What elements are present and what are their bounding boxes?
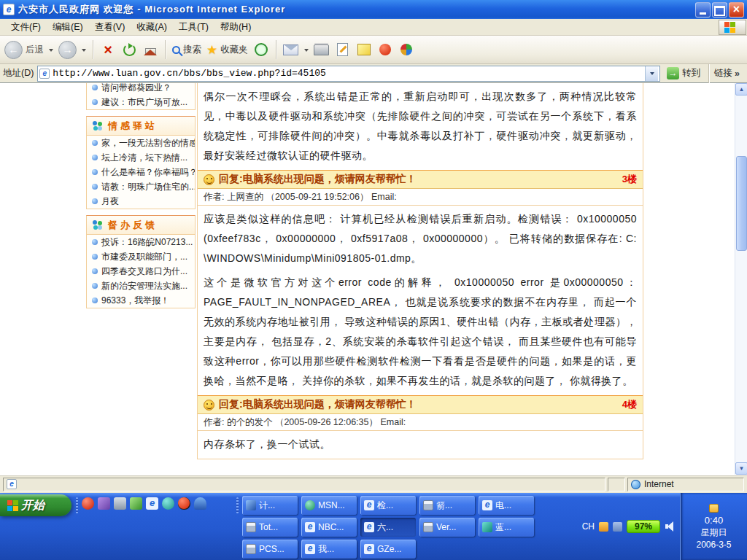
- qq-penguin-icon[interactable]: [178, 497, 190, 510]
- menu-bar: 文件(F) 编辑(E) 查看(V) 收藏(A) 工具(T) 帮助(H): [0, 19, 747, 36]
- sidebar-link[interactable]: 四季春交叉路口为什...: [87, 264, 195, 279]
- discuss-button[interactable]: [356, 42, 372, 58]
- volume-icon[interactable]: [665, 521, 676, 532]
- minimize-button[interactable]: [695, 2, 711, 18]
- stop-button[interactable]: [100, 42, 116, 58]
- tray-app-icon[interactable]: [613, 522, 622, 532]
- scroll-up-button[interactable]: [735, 83, 747, 96]
- taskbar-button[interactable]: 我...: [301, 540, 357, 559]
- ie-icon: [305, 522, 315, 532]
- taskbar-button[interactable]: MSN...: [301, 496, 357, 515]
- window-controls: [695, 2, 744, 18]
- reply-floor-badge: 3楼: [622, 173, 637, 186]
- sidebar-link[interactable]: 建议：市民广场可放...: [87, 95, 195, 109]
- go-arrow-icon: [667, 67, 679, 79]
- save-disk-icon[interactable]: [114, 497, 126, 510]
- sidebar-link[interactable]: 请教：明珠广场住宅的...: [87, 179, 195, 194]
- reply-4-header: 回复:电脑系统出现问题，烦请网友帮帮忙！ 4楼: [198, 395, 643, 414]
- taskbar-button-label: 检...: [377, 499, 393, 512]
- close-button[interactable]: [729, 2, 744, 18]
- reply-3-paragraph: 这个是微软官方对这个error code的解释， 0x10000050 erro…: [198, 273, 643, 395]
- window-title: 六安市人民政府网 欢迎您 - Microsoft Internet Explor…: [18, 3, 692, 16]
- clock-panel[interactable]: 0:40 星期日 2006-3-5: [680, 493, 747, 560]
- sidebar-link[interactable]: 月夜: [87, 194, 195, 209]
- taskbar-button[interactable]: NBC...: [301, 518, 357, 537]
- taskbar-button-label: NBC...: [318, 522, 344, 532]
- address-url: http://www.luan.gov.cn/bbs/bbs_view.php?…: [53, 68, 642, 79]
- menu-view[interactable]: 查看(V): [90, 20, 131, 35]
- start-button[interactable]: 开始: [0, 494, 71, 516]
- taskbar-buttons: 计... MSN... 检... 箭... 电... Tot... NBC...…: [242, 496, 534, 559]
- menu-tools[interactable]: 工具(T): [174, 20, 214, 35]
- ie-icon[interactable]: [146, 497, 158, 510]
- vertical-scrollbar[interactable]: [735, 83, 747, 475]
- taskbar-button[interactable]: 电...: [479, 496, 534, 515]
- battery-indicator[interactable]: 97%: [627, 520, 660, 533]
- taskbar-button[interactable]: Tot...: [242, 518, 298, 537]
- refresh-button[interactable]: [121, 42, 137, 58]
- taskbar-button[interactable]: 检...: [360, 496, 416, 515]
- scroll-down-button[interactable]: [735, 462, 747, 475]
- qq-button[interactable]: [377, 42, 393, 58]
- taskbar-button-active[interactable]: 六...: [360, 518, 416, 537]
- sidebar-link[interactable]: 投诉：16路皖N07213...: [87, 235, 195, 249]
- ie-icon: [364, 500, 374, 510]
- go-button[interactable]: 转到: [664, 66, 703, 80]
- favorites-button[interactable]: 收藏夹: [206, 44, 248, 56]
- forum-thread-content: 偶尔一次不理睬会，系统出错是正常的，重新启动即可，出现次数多了，两种情况比较常见…: [197, 83, 643, 459]
- messenger-button[interactable]: [398, 42, 414, 58]
- menu-file[interactable]: 文件(F): [6, 20, 46, 35]
- back-dropdown-arrow[interactable]: [49, 49, 53, 54]
- home-button[interactable]: [142, 42, 158, 58]
- tray-app-icon[interactable]: [599, 522, 608, 532]
- sidebar-link[interactable]: 什么是幸福？你幸福吗？: [87, 165, 195, 179]
- taskbar-button[interactable]: GZe...: [360, 540, 416, 559]
- purple-app-icon[interactable]: [98, 497, 110, 510]
- forward-dropdown-arrow[interactable]: [82, 49, 86, 54]
- taskbar-button[interactable]: 计...: [242, 496, 298, 515]
- mail-dropdown-arrow[interactable]: [304, 49, 309, 54]
- favorites-star-icon: [206, 44, 217, 56]
- address-separator: [708, 64, 709, 83]
- forward-button[interactable]: [58, 41, 77, 59]
- msn-ball-icon[interactable]: [162, 497, 174, 510]
- sidebar-link[interactable]: 市建委及职能部门，...: [87, 249, 195, 264]
- taskbar-button-label: 电...: [495, 499, 511, 512]
- reply-3-paragraph: 应该是类似这样的信息吧： 计算机已经从检测错误后重新启动。检测错误： 0x100…: [198, 206, 643, 273]
- realplayer-icon[interactable]: [82, 497, 94, 510]
- search-button[interactable]: 搜索: [172, 44, 201, 56]
- links-button[interactable]: 链接: [714, 67, 744, 79]
- taskbar-button[interactable]: 箭...: [419, 496, 475, 515]
- taskbar-button[interactable]: PCS...: [242, 540, 298, 559]
- status-zone-pane: Internet: [627, 478, 744, 491]
- sidebar-section-title: 督办反馈: [108, 219, 158, 232]
- sidebar-link[interactable]: 请问带都葵园业？: [87, 83, 195, 95]
- taskbar-handle[interactable]: [236, 497, 239, 513]
- taskbar-handle[interactable]: [76, 497, 78, 513]
- sidebar-link[interactable]: 96333，我举报！: [87, 293, 195, 308]
- ie-window-icon: [3, 4, 15, 15]
- sidebar-link[interactable]: 坛上冷清，坛下热情...: [87, 150, 195, 165]
- print-button[interactable]: [314, 42, 330, 58]
- maximize-button[interactable]: [712, 2, 727, 18]
- history-button[interactable]: [253, 42, 269, 58]
- sidebar-link[interactable]: 家，一段无法割舍的情感: [87, 136, 195, 150]
- mail-button[interactable]: [283, 42, 299, 58]
- scrollbar-thumb[interactable]: [736, 156, 747, 251]
- messenger-contact-icon[interactable]: [194, 497, 206, 510]
- language-indicator[interactable]: CH: [582, 521, 595, 532]
- menu-favorites[interactable]: 收藏(A): [131, 20, 172, 35]
- menu-edit[interactable]: 编辑(E): [47, 20, 88, 35]
- mediaplayer-icon[interactable]: [130, 497, 142, 510]
- window-icon: [246, 544, 256, 554]
- edit-button[interactable]: [335, 42, 351, 58]
- taskbar-button[interactable]: Ver...: [419, 518, 475, 537]
- address-dropdown[interactable]: [645, 66, 658, 81]
- back-button[interactable]: 后退: [4, 41, 44, 59]
- sidebar-link[interactable]: 新的治安管理法实施...: [87, 279, 195, 293]
- start-windows-flag-icon: [7, 499, 18, 511]
- taskbar-button[interactable]: 蓝...: [479, 518, 534, 537]
- address-input[interactable]: http://www.luan.gov.cn/bbs/bbs_view.php?…: [37, 66, 660, 82]
- app-icon: [246, 500, 256, 510]
- menu-help[interactable]: 帮助(H): [215, 20, 256, 35]
